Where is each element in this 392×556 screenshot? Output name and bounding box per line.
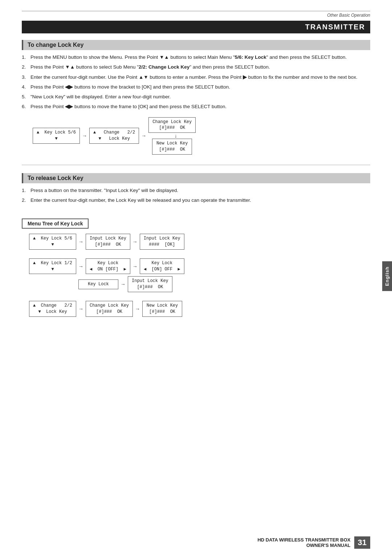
tree-row-1-main: ▲ Key Lock 5/6 ▼ → Input Lock Key [#]###… [29,234,370,250]
tree-box-2-2: Key Lock ◀ ON [OFF] ▶ [86,258,130,274]
tree-arrow-2-2: → [132,263,138,269]
other-basic-label: Other Basic Operation [22,13,370,18]
tree-box-2b-3: Input Lock Key [#]### OK [128,276,172,292]
tree-box-1-1: ▲ Key Lock 5/6 ▼ [29,234,76,250]
tree-row-3-main: ▲ Change 2/2 ▼ Lock Key → Change Lock Ke… [29,301,370,317]
page-number: 31 [354,536,370,549]
tree-arrow-2b: → [121,281,126,287]
change-lock-key-steps: 1. Press the MENU button to show the Men… [22,54,370,111]
arrow-1: → [82,133,87,139]
page: Other Basic Operation TRANSMITTER To cha… [0,0,392,556]
menu-tree-section: Menu Tree of Key Lock ▲ Key Lock 5/6 ▼ →… [22,218,370,316]
footer: HD DATA WIRELESS TRANSMITTER BOX OWNER'S… [257,536,370,549]
tree-box-2b-2: Key Lock [78,279,118,289]
change-lock-key-header: To change Lock Key [22,40,370,50]
tree-spacer-1 [29,255,370,258]
step-6: 6. Press the Point ◀▶ buttons to move th… [22,103,370,110]
tree-arrow-1-1: → [78,239,83,245]
top-rule [22,11,370,11]
release-lock-key-header: To release Lock Key [22,173,370,183]
tree-area: ▲ Key Lock 5/6 ▼ → Input Lock Key [#]###… [29,234,370,316]
step-5: 5. "New Lock Key" will be displayed. Ent… [22,93,370,101]
step-3: 3. Enter the current four-digit number. … [22,74,370,81]
diagram-row-1: ▲ Key Lock 5/6 ▼ → ▲ Change 2/2 ▼ Lock K… [33,117,370,155]
tree-arrow-1-2: → [132,239,138,245]
tree-spacer-2 [29,297,370,301]
product-line1: HD DATA WIRELESS TRANSMITTER BOX [257,537,350,543]
tree-arrow-2-1: → [78,263,83,269]
section-divider-1 [22,165,370,165]
release-step-2: 2. Enter the current four-digit number, … [22,197,370,204]
section-title: TRANSMITTER [22,21,370,33]
tree-box-3-1: ▲ Change 2/2 ▼ Lock Key [29,301,76,317]
arrow-down-1: ↓ [156,133,196,139]
diag-box-3: Change Lock Key [#]### OK [148,117,196,133]
tree-box-3-2: Change Lock Key [#]### OK [86,301,133,317]
tree-box-3-3: New Lock Key [#]### OK [142,301,182,317]
tree-box-2-1: ▲ Key Lock 1/2 ▼ [29,258,76,274]
step-1: 1. Press the MENU button to show the Men… [22,54,370,61]
tree-box-1-2: Input Lock Key [#]### OK [86,234,130,250]
diag-box-1: ▲ Key Lock 5/6 ▼ [33,128,80,144]
tree-row-3: ▲ Change 2/2 ▼ Lock Key → Change Lock Ke… [29,301,370,317]
diag-box-2: ▲ Change 2/2 ▼ Lock Key [89,128,139,144]
tree-row-2: ▲ Key Lock 1/2 ▼ → Key Lock ◀ ON [OFF] ▶… [29,258,370,292]
tree-row-1: ▲ Key Lock 5/6 ▼ → Input Lock Key [#]###… [29,234,370,250]
diag-col-3: Change Lock Key [#]### OK ↓ New Lock Key… [148,117,196,155]
tree-row-2-main: ▲ Key Lock 1/2 ▼ → Key Lock ◀ ON [OFF] ▶… [29,258,370,274]
tree-box-1-3: Input Lock Key #### [OK] [140,234,184,250]
side-tab-english: English [382,261,392,291]
tree-box-2-3: Key Lock ◀ [ON] OFF ▶ [140,258,184,274]
change-lock-key-diagram: ▲ Key Lock 5/6 ▼ → ▲ Change 2/2 ▼ Lock K… [22,117,370,155]
product-line2: OWNER'S MANUAL [257,543,350,548]
tree-arrow-3-1: → [78,306,83,312]
arrow-2: → [141,133,146,139]
product-info: HD DATA WIRELESS TRANSMITTER BOX OWNER'S… [257,537,350,548]
tree-arrow-3-2: → [135,306,140,312]
step-4: 4. Press the Point ◀▶ buttons to move th… [22,83,370,91]
release-lock-key-steps: 1. Press a button on the transmitter. "I… [22,187,370,204]
release-step-1: 1. Press a button on the transmitter. "I… [22,187,370,194]
diag-box-4: New Lock Key [#]### OK [152,139,192,155]
menu-tree-header: Menu Tree of Key Lock [22,218,89,229]
step-2: 2. Press the Point ▼▲ buttons to select … [22,64,370,71]
tree-row-2b: Key Lock → Input Lock Key [#]### OK [78,276,370,292]
